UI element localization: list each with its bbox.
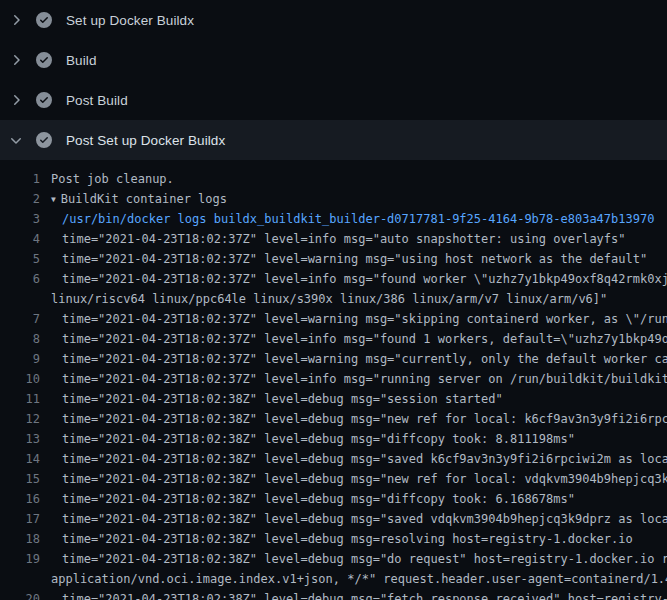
log-line: 20time="2021-04-23T18:02:38Z" level=debu…	[0, 589, 667, 600]
log-line: 3/usr/bin/docker logs buildx_buildkit_bu…	[0, 209, 667, 229]
log-line-content: time="2021-04-23T18:02:38Z" level=debug …	[62, 509, 667, 529]
log-line: 17time="2021-04-23T18:02:38Z" level=debu…	[0, 509, 667, 529]
log-line-number[interactable]: 1	[0, 169, 40, 189]
log-line: 12time="2021-04-23T18:02:38Z" level=debu…	[0, 409, 667, 429]
log-area: 1Post job cleanup.2▼BuildKit container l…	[0, 160, 667, 600]
log-line-content: time="2021-04-23T18:02:38Z" level=debug …	[62, 489, 575, 509]
log-line-number[interactable]: 20	[0, 589, 40, 600]
log-text: time="2021-04-23T18:02:38Z" level=debug …	[62, 392, 503, 406]
log-text: linux/riscv64 linux/ppc64le linux/s390x …	[51, 292, 607, 306]
step-header-set-up-docker-buildx[interactable]: Set up Docker Buildx	[0, 0, 667, 40]
log-text: application/vnd.oci.image.index.v1+json,…	[51, 572, 667, 586]
log-line-number[interactable]: 2	[0, 189, 40, 209]
log-line: 13time="2021-04-23T18:02:38Z" level=debu…	[0, 429, 667, 449]
log-text: BuildKit container logs	[61, 192, 227, 206]
log-line-number[interactable]: 10	[0, 369, 40, 389]
log-line: 9time="2021-04-23T18:02:37Z" level=warni…	[0, 349, 667, 369]
log-line: 19time="2021-04-23T18:02:38Z" level=debu…	[0, 549, 667, 569]
log-line-content: time="2021-04-23T18:02:37Z" level=info m…	[62, 329, 667, 349]
log-line-content: /usr/bin/docker logs buildx_buildkit_bui…	[62, 209, 654, 229]
log-line-number[interactable]: 4	[0, 229, 40, 249]
log-line-content: time="2021-04-23T18:02:38Z" level=debug …	[62, 449, 667, 469]
log-line-content: linux/riscv64 linux/ppc64le linux/s390x …	[51, 289, 607, 309]
log-line-number[interactable]: 14	[0, 449, 40, 469]
log-line-number	[0, 289, 40, 309]
log-line: 8time="2021-04-23T18:02:37Z" level=info …	[0, 329, 667, 349]
log-line-content: time="2021-04-23T18:02:37Z" level=info m…	[62, 229, 626, 249]
log-line-content: time="2021-04-23T18:02:37Z" level=warnin…	[62, 309, 667, 329]
log-line-content: time="2021-04-23T18:02:38Z" level=debug …	[62, 529, 633, 549]
log-text: time="2021-04-23T18:02:38Z" level=debug …	[62, 432, 575, 446]
log-line: 5time="2021-04-23T18:02:37Z" level=warni…	[0, 249, 667, 269]
log-text: time="2021-04-23T18:02:37Z" level=info m…	[62, 332, 667, 346]
log-text: time="2021-04-23T18:02:38Z" level=debug …	[62, 552, 667, 566]
log-text: time="2021-04-23T18:02:38Z" level=debug …	[62, 512, 667, 526]
step-label: Post Build	[66, 93, 128, 108]
step-header-post-set-up-docker-buildx[interactable]: Post Set up Docker Buildx	[0, 120, 667, 160]
log-text: time="2021-04-23T18:02:37Z" level=warnin…	[62, 252, 647, 266]
log-line-number[interactable]: 3	[0, 209, 40, 229]
log-line-content: time="2021-04-23T18:02:37Z" level=info m…	[62, 369, 667, 389]
log-line-content: application/vnd.oci.image.index.v1+json,…	[51, 569, 667, 589]
log-line-number[interactable]: 18	[0, 529, 40, 549]
log-line-number[interactable]: 17	[0, 509, 40, 529]
log-line-content: time="2021-04-23T18:02:38Z" level=debug …	[62, 389, 503, 409]
log-line: 18time="2021-04-23T18:02:38Z" level=debu…	[0, 529, 667, 549]
log-line: 6time="2021-04-23T18:02:37Z" level=info …	[0, 269, 667, 289]
log-text: time="2021-04-23T18:02:37Z" level=info m…	[62, 232, 626, 246]
log-line-number[interactable]: 7	[0, 309, 40, 329]
log-line-number[interactable]: 15	[0, 469, 40, 489]
log-text: time="2021-04-23T18:02:38Z" level=debug …	[62, 412, 667, 426]
log-line: 2▼BuildKit container logs	[0, 189, 667, 209]
step-list: Set up Docker Buildx Build Post Build	[0, 0, 667, 160]
check-circle-icon	[36, 52, 52, 68]
log-line: 10time="2021-04-23T18:02:37Z" level=info…	[0, 369, 667, 389]
check-circle-icon	[36, 12, 52, 28]
log-line-number[interactable]: 8	[0, 329, 40, 349]
log-text: time="2021-04-23T18:02:37Z" level=warnin…	[62, 352, 667, 366]
log-line-content: time="2021-04-23T18:02:37Z" level=warnin…	[62, 249, 647, 269]
log-line: 4time="2021-04-23T18:02:37Z" level=info …	[0, 229, 667, 249]
log-line-content: time="2021-04-23T18:02:38Z" level=debug …	[62, 409, 667, 429]
check-circle-icon	[36, 92, 52, 108]
log-line-content: time="2021-04-23T18:02:38Z" level=debug …	[62, 549, 667, 569]
log-line-content: time="2021-04-23T18:02:37Z" level=info m…	[62, 269, 667, 289]
log-text: time="2021-04-23T18:02:37Z" level=warnin…	[62, 312, 667, 326]
log-line-number[interactable]: 5	[0, 249, 40, 269]
log-line-content: time="2021-04-23T18:02:37Z" level=warnin…	[62, 349, 667, 369]
log-line-wrap: linux/riscv64 linux/ppc64le linux/s390x …	[0, 289, 667, 309]
log-line: 11time="2021-04-23T18:02:38Z" level=debu…	[0, 389, 667, 409]
log-text: time="2021-04-23T18:02:37Z" level=info m…	[62, 372, 667, 386]
step-label: Build	[66, 53, 97, 68]
log-line: 7time="2021-04-23T18:02:37Z" level=warni…	[0, 309, 667, 329]
log-group-toggle-icon[interactable]: ▼	[51, 190, 56, 209]
log-line-number[interactable]: 19	[0, 549, 40, 569]
log-line: 16time="2021-04-23T18:02:38Z" level=debu…	[0, 489, 667, 509]
chevron-down-icon	[8, 132, 24, 148]
log-text: Post job cleanup.	[51, 172, 174, 186]
log-line-wrap: application/vnd.oci.image.index.v1+json,…	[0, 569, 667, 589]
chevron-right-icon	[8, 52, 24, 68]
log-line-number[interactable]: 9	[0, 349, 40, 369]
log-text: time="2021-04-23T18:02:38Z" level=debug …	[62, 532, 633, 546]
log-line-number[interactable]: 13	[0, 429, 40, 449]
log-command-text: /usr/bin/docker logs buildx_buildkit_bui…	[62, 212, 654, 226]
log-line-content: ▼BuildKit container logs	[51, 189, 227, 209]
chevron-right-icon	[8, 92, 24, 108]
log-line-number[interactable]: 11	[0, 389, 40, 409]
log-text: time="2021-04-23T18:02:38Z" level=debug …	[62, 472, 667, 486]
log-line-content: Post job cleanup.	[51, 169, 174, 189]
log-line: 15time="2021-04-23T18:02:38Z" level=debu…	[0, 469, 667, 489]
step-label: Set up Docker Buildx	[66, 13, 194, 28]
log-line-number[interactable]: 16	[0, 489, 40, 509]
step-header-build[interactable]: Build	[0, 40, 667, 80]
log-line-content: time="2021-04-23T18:02:38Z" level=debug …	[62, 589, 667, 600]
log-line: 1Post job cleanup.	[0, 169, 667, 189]
log-text: time="2021-04-23T18:02:37Z" level=info m…	[62, 272, 667, 286]
chevron-right-icon	[8, 12, 24, 28]
step-label: Post Set up Docker Buildx	[66, 133, 225, 148]
log-line-number[interactable]: 6	[0, 269, 40, 289]
log-line-number[interactable]: 12	[0, 409, 40, 429]
log-text: time="2021-04-23T18:02:38Z" level=debug …	[62, 452, 667, 466]
step-header-post-build[interactable]: Post Build	[0, 80, 667, 120]
